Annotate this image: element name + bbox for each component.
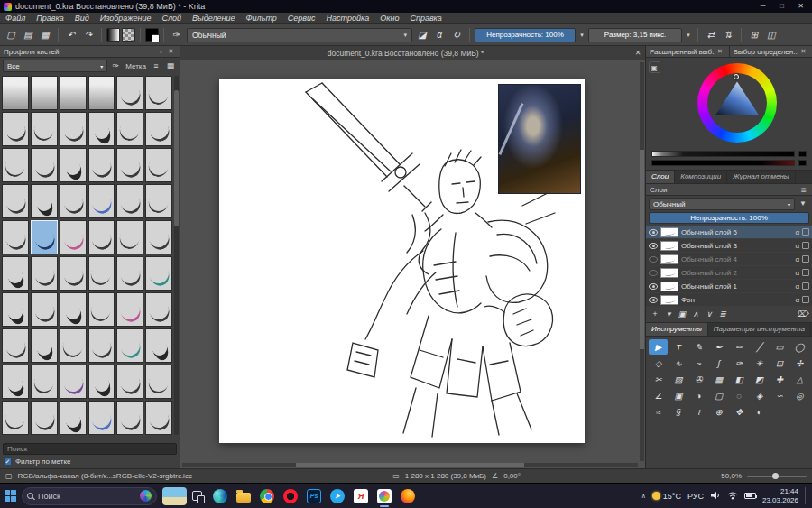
gradient-tool[interactable]: ▧: [669, 372, 687, 387]
brush-preset-tile[interactable]: [2, 184, 29, 218]
brush-preset-tile[interactable]: [145, 112, 172, 146]
brush-preset-tile[interactable]: [2, 112, 29, 146]
text-tool[interactable]: T: [669, 339, 687, 355]
shade-gradient-bar[interactable]: [651, 160, 795, 166]
mirror-vertical-icon[interactable]: ⇅: [720, 27, 736, 43]
brush-preset-tile[interactable]: [116, 292, 143, 327]
menu-item[interactable]: Файл: [0, 13, 31, 24]
alpha-lock-icon[interactable]: α: [795, 269, 799, 277]
brush-preset-tile[interactable]: [145, 365, 172, 399]
menu-item[interactable]: Правка: [31, 13, 69, 24]
docker-tab[interactable]: Слои: [646, 171, 675, 183]
brush-preset-tile[interactable]: [145, 328, 172, 363]
brush-preset-tile[interactable]: [145, 220, 172, 254]
layer-filter-icon[interactable]: ▼: [797, 198, 809, 210]
color-sampler-tool[interactable]: ✇: [689, 372, 708, 387]
polyline-tool[interactable]: ∿: [669, 356, 687, 371]
brush-preset-tile[interactable]: [60, 256, 87, 291]
close-button[interactable]: ✕: [793, 0, 808, 13]
opacity-caret-icon[interactable]: ▾: [577, 32, 586, 39]
layer-properties-button[interactable]: ≣: [717, 309, 728, 320]
brush-preset-tile[interactable]: [116, 365, 143, 399]
enclose-fill-tool[interactable]: ◩: [750, 372, 769, 387]
brush-preset-tile[interactable]: [2, 76, 29, 110]
network-icon[interactable]: [727, 491, 738, 502]
canvas-horizontal-scrollbar[interactable]: [182, 463, 638, 467]
layer-visibility-icon[interactable]: [649, 297, 658, 303]
volume-icon[interactable]: [710, 491, 721, 502]
layer-row[interactable]: Обычный слой 3 α: [646, 239, 812, 253]
brush-preset-chooser-icon[interactable]: ✑: [169, 27, 185, 43]
hide-dockers-icon[interactable]: ◫: [763, 27, 780, 43]
pattern-edit-tool[interactable]: ▦: [709, 372, 728, 387]
tools-tab[interactable]: Инструменты: [646, 323, 708, 336]
taskbar-search[interactable]: Поиск: [22, 487, 157, 505]
brush-preset-tile[interactable]: [116, 112, 143, 146]
show-desktop-strip[interactable]: [805, 487, 807, 504]
brush-preset-tile[interactable]: [88, 184, 115, 218]
similar-color-select-tool[interactable]: ≈: [649, 404, 668, 420]
tray-overflow-icon[interactable]: ∧: [641, 493, 646, 500]
elliptical-select-tool[interactable]: ◌: [730, 388, 749, 403]
blending-mode-select[interactable]: Обычный ▾: [187, 28, 412, 42]
brush-preset-tile[interactable]: [88, 76, 115, 110]
layer-style-icon[interactable]: [802, 255, 809, 263]
color-wheel[interactable]: [697, 63, 777, 143]
layer-visibility-icon[interactable]: [649, 283, 658, 290]
layer-visibility-icon[interactable]: [649, 243, 658, 249]
brush-preset-tile[interactable]: [60, 184, 87, 218]
contiguous-select-tool[interactable]: ◎: [790, 388, 809, 403]
layer-visibility-icon[interactable]: [649, 229, 658, 236]
foreground-background-color[interactable]: [145, 28, 159, 42]
duplicate-layer-button[interactable]: ▣: [677, 309, 687, 320]
open-document-icon[interactable]: ▤: [20, 27, 36, 43]
taskbar-app-firefox[interactable]: [397, 485, 419, 507]
menu-item[interactable]: Окно: [374, 13, 404, 24]
close-docker-icon[interactable]: ✕: [166, 48, 176, 55]
tools-tab[interactable]: Параметры инструмента: [708, 323, 811, 336]
choose-workspace-icon[interactable]: ⊞: [746, 27, 762, 43]
grid-view-icon[interactable]: ▦: [164, 60, 177, 72]
brush-preset-tile[interactable]: [116, 256, 143, 291]
brush-preset-tile[interactable]: [60, 328, 87, 363]
edit-shapes-tool[interactable]: ✎: [689, 339, 708, 355]
alpha-lock-icon[interactable]: α: [795, 296, 799, 304]
layer-row[interactable]: Фон α: [646, 293, 812, 307]
taskbar-app-photoshop[interactable]: Ps: [303, 485, 325, 507]
brush-preset-tile[interactable]: [2, 365, 29, 399]
brush-preset-tile[interactable]: [145, 76, 172, 110]
menu-item[interactable]: Сервис: [282, 13, 321, 24]
brush-preset-tile[interactable]: [145, 184, 172, 218]
brush-preset-tile[interactable]: [116, 220, 143, 254]
color-swatch[interactable]: [798, 151, 807, 157]
brush-preset-tile[interactable]: [88, 112, 115, 146]
layers-menu-icon[interactable]: ≣: [798, 186, 808, 194]
menu-item[interactable]: Вид: [69, 13, 95, 24]
brush-preset-tile[interactable]: [60, 112, 87, 146]
measure-tool[interactable]: ∠: [649, 388, 668, 403]
layer-style-icon[interactable]: [802, 296, 809, 303]
brush-preset-tile[interactable]: [145, 292, 172, 327]
transform-shapes-tool[interactable]: ▶: [649, 339, 668, 355]
undo-icon[interactable]: ↶: [63, 27, 79, 43]
brush-preset-tile[interactable]: [88, 292, 115, 327]
polygon-tool[interactable]: ◇: [649, 356, 668, 371]
brush-search-input[interactable]: [3, 443, 177, 455]
new-document-icon[interactable]: ▢: [3, 27, 19, 43]
rectangle-tool[interactable]: ▭: [770, 339, 789, 355]
polygonal-select-tool[interactable]: ◈: [750, 388, 769, 403]
layer-style-icon[interactable]: [802, 282, 809, 290]
add-layer-caret[interactable]: ▾: [663, 309, 674, 320]
brush-preset-tile[interactable]: [2, 256, 29, 291]
alpha-lock-icon[interactable]: α: [795, 242, 799, 250]
brush-preset-tile[interactable]: [31, 112, 58, 146]
brush-preset-tile[interactable]: [31, 148, 58, 182]
layer-row[interactable]: Обычный слой 2 α: [646, 266, 812, 280]
document-close-icon[interactable]: ✕: [631, 49, 645, 57]
selection-mode-icon[interactable]: ▢: [5, 472, 13, 480]
filter-by-tag-checkbox[interactable]: ✓: [4, 457, 12, 466]
menu-item[interactable]: Настройка: [321, 13, 375, 24]
delete-layer-button[interactable]: ⌦: [797, 309, 808, 320]
pan-tool[interactable]: ✥: [730, 404, 749, 420]
brush-preset-tile[interactable]: [88, 256, 115, 291]
